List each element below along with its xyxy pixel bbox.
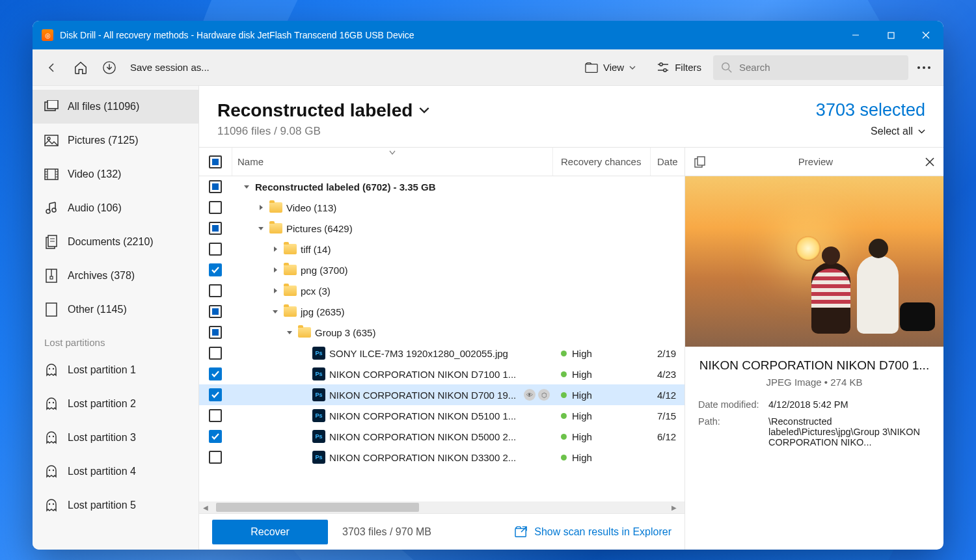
table-row[interactable]: PsSONY ILCE-7M3 1920x1280_002055.jpgHigh…: [199, 343, 685, 364]
eye-icon[interactable]: 👁: [524, 389, 535, 401]
row-checkbox[interactable]: [209, 243, 222, 256]
svg-point-10: [722, 62, 729, 70]
file-name: Pictures (6429): [286, 223, 353, 234]
expand-icon[interactable]: [256, 203, 265, 212]
app-window: ◎ Disk Drill - All recovery methods - Ha…: [33, 21, 943, 550]
row-checkbox[interactable]: [209, 430, 222, 443]
row-checkbox[interactable]: [209, 305, 222, 318]
expand-icon[interactable]: [271, 265, 280, 274]
collapse-icon[interactable]: [285, 328, 294, 337]
lost-partitions-header: Lost partitions: [33, 327, 198, 353]
sidebar-item-archives[interactable]: Archives (378): [33, 259, 198, 293]
select-all-menu[interactable]: Select all: [816, 126, 925, 137]
column-name[interactable]: Name: [232, 148, 553, 176]
minimize-button[interactable]: [838, 21, 873, 49]
toolbar: Save session as... View Filters: [33, 49, 943, 86]
table-row[interactable]: Reconstructed labeled (6702) - 3.35 GB: [199, 176, 685, 197]
show-in-explorer-link[interactable]: Show scan results in Explorer: [515, 526, 671, 538]
filters-button[interactable]: Filters: [647, 55, 711, 81]
copy-icon[interactable]: [694, 156, 706, 168]
download-icon[interactable]: [96, 55, 122, 81]
table-row[interactable]: pcx (3): [199, 280, 685, 301]
svg-rect-50: [698, 157, 705, 165]
folder-icon: [298, 327, 311, 338]
hex-icon[interactable]: ⬡: [538, 389, 550, 401]
sidebar-item-lost-5[interactable]: Lost partition 5: [33, 488, 198, 522]
row-action-icons[interactable]: 👁⬡: [524, 389, 550, 401]
table-row[interactable]: PsNIKON CORPORATION NIKON D7100 1...High…: [199, 364, 685, 384]
row-checkbox[interactable]: [209, 367, 222, 380]
ghost-icon: [44, 498, 59, 513]
table-row[interactable]: tiff (14): [199, 239, 685, 260]
row-checkbox[interactable]: [209, 263, 222, 276]
svg-rect-5: [586, 64, 597, 72]
table-row[interactable]: PsNIKON CORPORATION NIKON D5100 1...High…: [199, 405, 685, 426]
search-input[interactable]: [739, 62, 901, 73]
column-date[interactable]: Date: [651, 148, 685, 176]
status-dot-icon: [561, 392, 567, 398]
table-row[interactable]: PsNIKON CORPORATION NIKON D700 19...👁⬡Hi…: [199, 384, 685, 405]
svg-point-39: [53, 368, 54, 369]
more-button[interactable]: [911, 55, 937, 81]
row-checkbox[interactable]: [209, 222, 222, 235]
back-button[interactable]: [39, 55, 65, 81]
row-checkbox[interactable]: [209, 451, 222, 464]
file-name: pcx (3): [301, 286, 331, 297]
row-checkbox[interactable]: [209, 326, 222, 339]
sidebar-item-video[interactable]: Video (132): [33, 157, 198, 191]
row-checkbox[interactable]: [209, 201, 222, 214]
scroll-left-icon[interactable]: ◀: [203, 504, 212, 511]
table-row[interactable]: PsNIKON CORPORATION NIKON D3300 2...High: [199, 447, 685, 468]
table-row[interactable]: png (3700): [199, 260, 685, 280]
photoshop-file-icon: Ps: [312, 430, 325, 443]
collapse-icon[interactable]: [256, 224, 265, 233]
view-menu[interactable]: View: [576, 55, 645, 81]
sidebar-item-pictures[interactable]: Pictures (7125): [33, 124, 198, 157]
file-name: tiff (14): [301, 244, 331, 255]
photoshop-file-icon: Ps: [312, 367, 325, 380]
svg-rect-48: [515, 528, 526, 537]
row-checkbox[interactable]: [209, 409, 222, 422]
expand-icon[interactable]: [271, 245, 280, 254]
row-checkbox[interactable]: [209, 180, 222, 193]
table-row[interactable]: PsNIKON CORPORATION NIKON D5000 2...High…: [199, 426, 685, 447]
page-title[interactable]: Reconstructed labeled: [217, 100, 803, 121]
column-recovery[interactable]: Recovery chances: [553, 148, 651, 176]
row-checkbox[interactable]: [209, 284, 222, 297]
horizontal-scrollbar[interactable]: ◀ ▶: [199, 501, 685, 513]
recover-button[interactable]: Recover: [212, 520, 328, 544]
folder-icon: [269, 202, 282, 213]
table-row[interactable]: Video (113): [199, 197, 685, 218]
close-preview-button[interactable]: [925, 157, 934, 167]
svg-point-38: [49, 368, 50, 369]
file-name: Group 3 (635): [315, 327, 375, 338]
expand-icon[interactable]: [271, 286, 280, 295]
collapse-icon[interactable]: [271, 307, 280, 316]
preview-title: Preview: [706, 156, 925, 167]
svg-point-7: [660, 62, 662, 65]
scroll-thumb[interactable]: [216, 503, 419, 512]
table-row[interactable]: Group 3 (635): [199, 322, 685, 343]
close-button[interactable]: [908, 21, 943, 49]
sidebar-item-other[interactable]: Other (1145): [33, 293, 198, 327]
svg-point-12: [917, 66, 920, 69]
sidebar-item-lost-1[interactable]: Lost partition 1: [33, 353, 198, 387]
table-row[interactable]: jpg (2635): [199, 301, 685, 322]
sidebar-item-documents[interactable]: Documents (2210): [33, 225, 198, 259]
row-checkbox[interactable]: [209, 388, 222, 401]
maximize-button[interactable]: [873, 21, 908, 49]
collapse-icon[interactable]: [242, 182, 251, 191]
sidebar-item-lost-4[interactable]: Lost partition 4: [33, 455, 198, 488]
search-field[interactable]: [713, 55, 908, 80]
header-checkbox[interactable]: [209, 155, 222, 168]
row-checkbox[interactable]: [209, 347, 222, 360]
home-button[interactable]: [68, 55, 94, 81]
scroll-right-icon[interactable]: ▶: [671, 504, 681, 511]
save-session-button[interactable]: Save session as...: [125, 62, 215, 73]
sidebar-item-lost-3[interactable]: Lost partition 3: [33, 421, 198, 455]
table-row[interactable]: Pictures (6429): [199, 218, 685, 239]
sidebar-item-audio[interactable]: Audio (106): [33, 191, 198, 225]
sidebar-item-lost-2[interactable]: Lost partition 2: [33, 387, 198, 421]
sidebar-item-all-files[interactable]: All files (11096): [33, 90, 198, 124]
preview-filename: NIKON CORPORATION NIKON D700 1...: [698, 358, 930, 373]
